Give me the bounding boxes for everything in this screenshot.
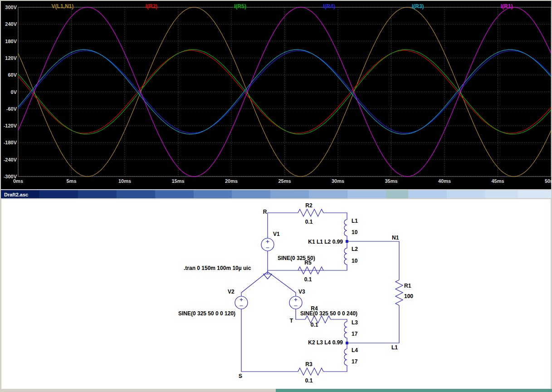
voltage-source-V3[interactable] — [289, 296, 302, 309]
component-value-r1[interactable]: 100 — [404, 293, 413, 299]
component-label-r1[interactable]: R1 — [404, 283, 411, 289]
inductor-L1[interactable] — [344, 220, 347, 236]
net-label-r[interactable]: R — [263, 209, 267, 215]
trace-legend: V(L1,N1)I(R2)I(R5)I(R4)I(R3)I(R1) — [1, 1, 551, 10]
y-axis-tick-label: 180V — [5, 39, 17, 44]
component-value-l3[interactable]: 17 — [352, 331, 358, 337]
component-label-v2[interactable]: V2 — [228, 289, 234, 295]
component-label-l4[interactable]: L4 — [352, 347, 358, 353]
wire[interactable] — [241, 213, 399, 372]
component-value-l4[interactable]: 17 — [352, 358, 358, 365]
legend-trace-label[interactable]: I(R5) — [234, 3, 246, 10]
net-label-s[interactable]: S — [239, 373, 242, 379]
resistor-R1[interactable] — [396, 280, 403, 305]
inductor-L4[interactable] — [344, 349, 347, 365]
component-value-r2[interactable]: 0.1 — [305, 219, 313, 225]
schematic-canvas[interactable]: R N1 T L1 S R2 0.1 L1 10 K1 L1 L2 0.99 L… — [1, 199, 551, 389]
spice-directive[interactable]: .tran 0 150m 100m 10µ uic — [184, 265, 251, 271]
y-axis-tick-label: -120V — [4, 123, 17, 128]
x-axis-tick-label: 20ms — [225, 178, 238, 184]
net-label-n1[interactable]: N1 — [392, 235, 399, 241]
net-label-l1[interactable]: L1 — [391, 344, 398, 351]
x-axis-tick-label: 50ms — [545, 178, 551, 184]
x-axis-tick-label: 10ms — [118, 178, 131, 184]
component-value-r3[interactable]: 0.1 — [305, 377, 313, 384]
inductor-L2[interactable] — [344, 248, 347, 265]
x-axis-tick-label: 45ms — [491, 178, 504, 184]
y-axis-tick-label: -60V — [6, 106, 17, 112]
coupling-k2[interactable]: K2 L3 L4 0.99 — [308, 339, 343, 346]
component-value-l2[interactable]: 10 — [352, 258, 358, 264]
net-label-t[interactable]: T — [290, 318, 293, 324]
component-value-r5[interactable]: 0.1 — [304, 276, 312, 283]
schematic-pane[interactable]: R N1 T L1 S R2 0.1 L1 10 K1 L1 L2 0.99 L… — [0, 199, 552, 389]
voltage-source-V2[interactable] — [235, 296, 248, 309]
resistor-R3[interactable] — [298, 368, 323, 375]
waveform-pane[interactable]: 300V240V180V120V60V0V-60V-120V-180V-240V… — [0, 0, 552, 189]
legend-trace-label[interactable]: I(R2) — [145, 3, 157, 10]
component-value-l1[interactable]: 10 — [352, 229, 358, 235]
inductor-L3[interactable] — [344, 322, 347, 338]
component-label-r5[interactable]: R5 — [304, 260, 312, 266]
x-axis-tick-label: 15ms — [171, 178, 184, 184]
component-label-v1[interactable]: V1 — [273, 231, 280, 237]
y-axis-tick-label: -240V — [4, 157, 17, 162]
legend-trace-label[interactable]: I(R1) — [501, 3, 513, 10]
y-axis-tick-label: 240V — [5, 21, 17, 27]
component-label-l3[interactable]: L3 — [352, 319, 358, 326]
schematic-titlebar[interactable]: Draft2.asc — [1, 190, 551, 198]
y-axis-tick-label: -180V — [4, 140, 17, 145]
ground-symbol[interactable] — [264, 274, 272, 279]
status-strip-accent — [276, 389, 552, 392]
component-label-v3[interactable]: V3 — [298, 289, 305, 295]
x-axis-tick-label: 40ms — [438, 178, 451, 184]
coupling-k1[interactable]: K1 L1 L2 0.99 — [308, 239, 343, 245]
x-axis-tick-label: 35ms — [385, 178, 397, 184]
component-label-r3[interactable]: R3 — [305, 361, 313, 368]
component-value-r4[interactable]: 0.1 — [311, 322, 318, 328]
component-label-r4[interactable]: R4 — [311, 305, 318, 312]
legend-trace-label[interactable]: V(L1,N1) — [52, 3, 74, 10]
x-axis-tick-label: 25ms — [278, 178, 291, 184]
x-axis-tick-label: 30ms — [332, 178, 344, 184]
waveform-plot[interactable]: 300V240V180V120V60V0V-60V-120V-180V-240V… — [1, 1, 551, 189]
resistor-R2[interactable] — [298, 209, 323, 216]
y-axis-tick-label: 120V — [5, 55, 17, 61]
y-axis-tick-label: 0V — [11, 89, 17, 95]
junction-node — [346, 240, 348, 243]
component-label-l2[interactable]: L2 — [352, 246, 358, 252]
window-title: Draft2.asc — [4, 191, 28, 199]
y-axis-tick-label: 60V — [8, 72, 17, 78]
component-label-l1[interactable]: L1 — [352, 218, 358, 224]
voltage-source-V1[interactable] — [261, 238, 274, 251]
component-label-r2[interactable]: R2 — [305, 202, 313, 209]
legend-trace-label[interactable]: I(R3) — [412, 3, 424, 10]
component-value-v2[interactable]: SINE(0 325 50 0 0 120) — [178, 310, 235, 317]
junction-node — [346, 342, 348, 344]
x-axis-tick-label: 5ms — [66, 178, 76, 184]
component-value-v3[interactable]: SINE(0 325 50 0 0 240) — [300, 310, 357, 317]
status-strip — [0, 389, 552, 392]
x-axis-tick-label: 0ms — [13, 178, 23, 184]
legend-trace-label[interactable]: I(R4) — [323, 3, 335, 10]
